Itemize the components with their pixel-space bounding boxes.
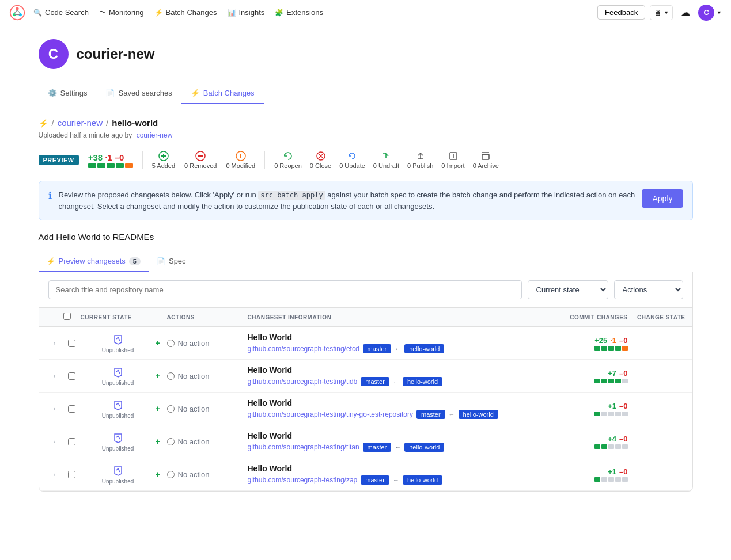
th-current-state: CURRENT STATE xyxy=(81,314,156,321)
mini-bar xyxy=(608,444,614,449)
repo-link-3[interactable]: github.com/sourcegraph-testing/titan xyxy=(248,443,359,451)
unpublished-icon-1 xyxy=(112,365,124,378)
search-input[interactable] xyxy=(48,280,522,299)
state-label-0: Unpublished xyxy=(102,347,134,353)
repo-link-4[interactable]: github.com/sourcegraph-testing/zap xyxy=(248,476,358,484)
tab-preview-changesets[interactable]: ⚡ Preview changesets 5 xyxy=(39,251,149,272)
breadcrumb-title: hello-world xyxy=(112,118,158,128)
nav-insights[interactable]: 📊 Insights xyxy=(223,6,270,19)
action-radio-2[interactable] xyxy=(167,405,175,413)
mini-bar xyxy=(601,412,607,416)
breadcrumb-org-link[interactable]: courier-new xyxy=(58,118,103,128)
undraft-icon xyxy=(381,151,391,161)
th-commit-changes: COMMIT CHANGES xyxy=(547,314,628,321)
plus-icon-4[interactable]: + xyxy=(156,470,167,479)
commit-changes-4: +1–0 xyxy=(547,467,628,482)
diff-modified: –0 xyxy=(115,153,124,162)
plus-icon-1[interactable]: + xyxy=(156,371,167,380)
user-menu[interactable]: C ▼ xyxy=(698,5,722,21)
action-radio-4[interactable] xyxy=(167,471,175,478)
row-expand-2[interactable]: › xyxy=(46,406,63,412)
display-mode-button[interactable]: 🖥 ▼ xyxy=(650,5,673,20)
upload-info: Uploaded half a minute ago by courier-ne… xyxy=(39,131,693,139)
changeset-meta-0: github.com/sourcegraph-testing/etcd mast… xyxy=(248,344,547,353)
nav-extensions[interactable]: 🧩 Extensions xyxy=(270,6,328,19)
row-expand-3[interactable]: › xyxy=(46,439,63,445)
logo[interactable] xyxy=(9,5,25,21)
tab-batch-changes[interactable]: ⚡ Batch Changes xyxy=(181,83,264,104)
state-label-3: Unpublished xyxy=(102,445,134,452)
stat-added-count: 5 Added xyxy=(152,162,175,169)
plus-icon-0[interactable]: + xyxy=(156,338,167,348)
mini-bar xyxy=(615,346,621,351)
commit-changes-3: +4–0 xyxy=(547,435,628,449)
branch-badge-2: master xyxy=(416,410,445,419)
saved-searches-icon: 📄 xyxy=(105,89,115,97)
action-radio-1[interactable] xyxy=(167,372,175,380)
row-checkbox-0[interactable] xyxy=(63,340,81,347)
row-checkbox-1[interactable] xyxy=(63,372,81,380)
repo-link-2[interactable]: github.com/sourcegraph-testing/tiny-go-t… xyxy=(248,410,413,418)
action-cell-4: No action xyxy=(167,470,248,479)
changesets-tabs: ⚡ Preview changesets 5 📄 Spec xyxy=(39,251,693,272)
th-checkbox[interactable] xyxy=(63,313,81,322)
mini-bar xyxy=(622,477,628,482)
mini-bar xyxy=(608,477,614,482)
current-state-select[interactable]: Current state xyxy=(528,280,608,299)
plus-icon-2[interactable]: + xyxy=(156,404,167,413)
changeset-title-2: Hello World xyxy=(248,398,547,407)
arrow-icon-4: ← xyxy=(393,477,399,483)
mini-bar xyxy=(594,477,600,482)
actions-select[interactable]: Actions xyxy=(614,280,683,299)
repo-link-0[interactable]: github.com/sourcegraph-testing/etcd xyxy=(248,345,359,353)
top-nav: 🔍 Code Search 〜 Monitoring ⚡ Batch Chang… xyxy=(0,0,731,25)
tab-batch-changes-label: Batch Changes xyxy=(203,89,255,97)
svg-line-34 xyxy=(118,468,120,472)
cloud-icon-button[interactable]: ☁ xyxy=(677,5,694,20)
mini-bar xyxy=(601,444,607,449)
diff-summary: +38 ·1 –0 xyxy=(88,153,133,168)
info-cell-3: Hello World github.com/sourcegraph-testi… xyxy=(248,431,547,452)
tab-settings[interactable]: ⚙️ Settings xyxy=(39,83,97,104)
nav-monitoring[interactable]: 〜 Monitoring xyxy=(94,5,149,20)
changeset-title-0: Hello World xyxy=(248,333,547,342)
nav-code-search[interactable]: 🔍 Code Search xyxy=(29,6,93,19)
stat-modified-count: 0 Modified xyxy=(226,162,255,169)
stat-divider-2 xyxy=(264,151,265,169)
display-chevron-icon: ▼ xyxy=(664,10,669,16)
svg-line-26 xyxy=(118,337,120,341)
info-cell-0: Hello World github.com/sourcegraph-testi… xyxy=(248,333,547,353)
state-label-4: Unpublished xyxy=(102,478,134,485)
diff-numbers: +38 ·1 –0 xyxy=(88,153,133,162)
tab-spec[interactable]: 📄 Spec xyxy=(149,251,194,272)
action-text-4: No action xyxy=(178,470,210,479)
user-chevron-icon: ▼ xyxy=(717,10,722,16)
row-checkbox-2[interactable] xyxy=(63,405,81,413)
table-row: › Unpublished + No action Hello World gi… xyxy=(39,393,692,425)
row-expand-4[interactable]: › xyxy=(46,471,63,478)
action-text-0: No action xyxy=(178,339,210,348)
row-expand-0[interactable]: › xyxy=(46,340,63,346)
uploaded-by-link[interactable]: courier-new xyxy=(137,131,173,139)
stat-removed-count: 0 Removed xyxy=(184,162,217,169)
tab-saved-searches[interactable]: 📄 Saved searches xyxy=(96,83,181,104)
plus-icon-3[interactable]: + xyxy=(156,437,167,446)
repo-link-1[interactable]: github.com/sourcegraph-testing/tidb xyxy=(248,378,358,386)
action-radio-0[interactable] xyxy=(167,340,175,347)
feedback-button[interactable]: Feedback xyxy=(597,5,645,20)
th-actions: ACTIONS xyxy=(167,314,248,321)
action-cell-2: No action xyxy=(167,405,248,413)
update-icon xyxy=(347,151,357,161)
stat-import: 0 Import xyxy=(441,151,464,169)
state-label-1: Unpublished xyxy=(102,380,134,386)
row-checkbox-3[interactable] xyxy=(63,438,81,445)
svg-rect-22 xyxy=(482,154,489,159)
select-all-checkbox[interactable] xyxy=(63,313,71,320)
action-radio-3[interactable] xyxy=(167,438,175,445)
nav-batch-changes[interactable]: ⚡ Batch Changes xyxy=(150,6,222,19)
batch-changes-icon: ⚡ xyxy=(154,9,163,17)
branch-badge-0: master xyxy=(363,344,392,353)
row-checkbox-4[interactable] xyxy=(63,471,81,478)
apply-button[interactable]: Apply xyxy=(642,189,683,208)
row-expand-1[interactable]: › xyxy=(46,373,63,379)
